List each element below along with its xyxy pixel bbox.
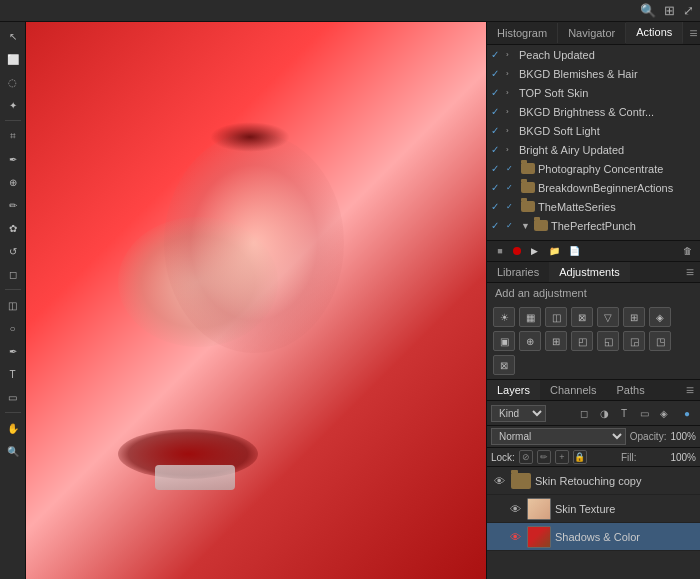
new-action-button[interactable]: 📄 bbox=[567, 244, 581, 258]
eraser-tool[interactable]: ◻ bbox=[3, 264, 23, 284]
action-item-folder[interactable]: ✓ ✓ TheMatteSeries bbox=[487, 197, 700, 216]
action-label: TheMatteSeries bbox=[538, 201, 696, 213]
play-button[interactable]: ▶ bbox=[527, 244, 541, 258]
lock-transparent-btn[interactable]: ⊘ bbox=[519, 450, 533, 464]
actions-menu-btn[interactable]: ≡ bbox=[683, 23, 700, 43]
filter-smart-icon[interactable]: ◈ bbox=[655, 404, 673, 422]
action-check: ✓ bbox=[491, 144, 503, 155]
filter-pixel-icon[interactable]: ◻ bbox=[575, 404, 593, 422]
opacity-label: Opacity: bbox=[630, 431, 667, 442]
hsl-btn[interactable]: ⊞ bbox=[623, 307, 645, 327]
tab-adjustments[interactable]: Adjustments bbox=[549, 262, 630, 282]
lock-position-btn[interactable]: + bbox=[555, 450, 569, 464]
lock-pixels-btn[interactable]: ✏ bbox=[537, 450, 551, 464]
eyedropper-tool[interactable]: ✒ bbox=[3, 149, 23, 169]
pen-tool[interactable]: ✒ bbox=[3, 341, 23, 361]
layers-menu-btn[interactable]: ≡ bbox=[680, 380, 700, 400]
action-item-folder-expanded[interactable]: ✓ ✓ ▼ ThePerfectPunch bbox=[487, 216, 700, 235]
action-item-folder[interactable]: ✓ ✓ BreakdownBeginnerActions bbox=[487, 178, 700, 197]
marquee-tool[interactable]: ⬜ bbox=[3, 49, 23, 69]
action-item-folder[interactable]: ✓ ✓ Photography Concentrate bbox=[487, 159, 700, 178]
stop-button[interactable]: ■ bbox=[493, 244, 507, 258]
layers-filter-icons: ◻ ◑ T ▭ ◈ bbox=[575, 404, 673, 422]
bw-btn[interactable]: ▣ bbox=[493, 331, 515, 351]
filter-toggle[interactable]: ● bbox=[678, 404, 696, 422]
action-item[interactable]: ✓ › Peach Updated bbox=[487, 45, 700, 64]
dodge-tool[interactable]: ○ bbox=[3, 318, 23, 338]
lock-all-btn[interactable]: 🔒 bbox=[573, 450, 587, 464]
layer-folder-thumb bbox=[511, 473, 531, 489]
action-item[interactable]: ✓ › BKGD Blemishes & Hair bbox=[487, 64, 700, 83]
tab-layers[interactable]: Layers bbox=[487, 380, 540, 400]
magic-wand-tool[interactable]: ✦ bbox=[3, 95, 23, 115]
zoom-tool[interactable]: 🔍 bbox=[3, 441, 23, 461]
action-check: ✓ bbox=[491, 68, 503, 79]
clone-tool[interactable]: ✿ bbox=[3, 218, 23, 238]
filter-shape-icon[interactable]: ▭ bbox=[635, 404, 653, 422]
text-tool[interactable]: T bbox=[3, 364, 23, 384]
action-check: ✓ bbox=[491, 49, 503, 60]
layer-item-skin-texture[interactable]: 👁 Skin Texture bbox=[487, 495, 700, 523]
record-button[interactable] bbox=[513, 247, 521, 255]
color-lookup-btn[interactable]: ◰ bbox=[571, 331, 593, 351]
layer-item-skin-retouching[interactable]: 👁 Skin Retouching copy bbox=[487, 467, 700, 495]
brush-tool[interactable]: ✏ bbox=[3, 195, 23, 215]
opacity-row: Opacity: 100% bbox=[630, 431, 696, 442]
kind-select[interactable]: Kind bbox=[491, 405, 546, 422]
tab-libraries[interactable]: Libraries bbox=[487, 262, 549, 282]
gradient-tool[interactable]: ◫ bbox=[3, 295, 23, 315]
layer-visibility-toggle[interactable]: 👁 bbox=[507, 529, 523, 545]
channel-mixer-btn[interactable]: ⊞ bbox=[545, 331, 567, 351]
action-item-sub[interactable]: ✓ ✓ › Peach Matte - Layers nee... bbox=[487, 235, 700, 240]
fill-value[interactable]: 100% bbox=[670, 452, 696, 463]
expand-icon[interactable]: ⤢ bbox=[683, 3, 694, 18]
tab-paths[interactable]: Paths bbox=[607, 380, 655, 400]
adjustments-menu-btn[interactable]: ≡ bbox=[680, 262, 700, 282]
action-arrow: › bbox=[506, 50, 516, 59]
blend-mode-select[interactable]: Normal bbox=[491, 428, 626, 445]
move-tool[interactable]: ↖ bbox=[3, 26, 23, 46]
tab-channels[interactable]: Channels bbox=[540, 380, 606, 400]
delete-action-button[interactable]: 🗑 bbox=[680, 244, 694, 258]
action-item[interactable]: ✓ › BKGD Soft Light bbox=[487, 121, 700, 140]
grid-icon[interactable]: ⊞ bbox=[664, 3, 675, 18]
healing-tool[interactable]: ⊕ bbox=[3, 172, 23, 192]
curves-btn[interactable]: ◫ bbox=[545, 307, 567, 327]
gradient-map-btn[interactable]: ⊠ bbox=[493, 355, 515, 375]
levels-btn[interactable]: ▦ bbox=[519, 307, 541, 327]
posterize-btn[interactable]: ◲ bbox=[623, 331, 645, 351]
photo-filter-btn[interactable]: ⊕ bbox=[519, 331, 541, 351]
canvas[interactable] bbox=[26, 22, 486, 579]
exposure-btn[interactable]: ⊠ bbox=[571, 307, 593, 327]
brightness-contrast-btn[interactable]: ☀ bbox=[493, 307, 515, 327]
action-item[interactable]: ✓ › Bright & Airy Updated bbox=[487, 140, 700, 159]
layer-visibility-toggle[interactable]: 👁 bbox=[491, 473, 507, 489]
action-folder-icon bbox=[521, 182, 535, 193]
layer-item-shadows-color[interactable]: 👁 Shadows & Color bbox=[487, 523, 700, 551]
invert-btn[interactable]: ◱ bbox=[597, 331, 619, 351]
crop-tool[interactable]: ⌗ bbox=[3, 126, 23, 146]
filter-adjustment-icon[interactable]: ◑ bbox=[595, 404, 613, 422]
adjustments-panel: Libraries Adjustments ≡ Add an adjustmen… bbox=[487, 262, 700, 380]
filter-type-icon[interactable]: T bbox=[615, 404, 633, 422]
canvas-image bbox=[26, 22, 486, 579]
shape-tool[interactable]: ▭ bbox=[3, 387, 23, 407]
action-item[interactable]: ✓ › TOP Soft Skin bbox=[487, 83, 700, 102]
layer-visibility-toggle[interactable]: 👁 bbox=[507, 501, 523, 517]
tab-navigator[interactable]: Navigator bbox=[558, 23, 626, 43]
action-folder-icon bbox=[534, 220, 548, 231]
opacity-value[interactable]: 100% bbox=[670, 431, 696, 442]
adjustments-tabs: Libraries Adjustments ≡ bbox=[487, 262, 700, 283]
history-tool[interactable]: ↺ bbox=[3, 241, 23, 261]
tab-actions[interactable]: Actions bbox=[626, 22, 683, 44]
lasso-tool[interactable]: ◌ bbox=[3, 72, 23, 92]
tab-histogram[interactable]: Histogram bbox=[487, 23, 558, 43]
search-icon[interactable]: 🔍 bbox=[640, 3, 656, 18]
right-panel: Histogram Navigator Actions ≡ ✓ › Peach … bbox=[486, 22, 700, 579]
hand-tool[interactable]: ✋ bbox=[3, 418, 23, 438]
vibrance-btn[interactable]: ▽ bbox=[597, 307, 619, 327]
color-balance-btn[interactable]: ◈ bbox=[649, 307, 671, 327]
action-item[interactable]: ✓ › BKGD Brightness & Contr... bbox=[487, 102, 700, 121]
new-folder-button[interactable]: 📁 bbox=[547, 244, 561, 258]
threshold-btn[interactable]: ◳ bbox=[649, 331, 671, 351]
